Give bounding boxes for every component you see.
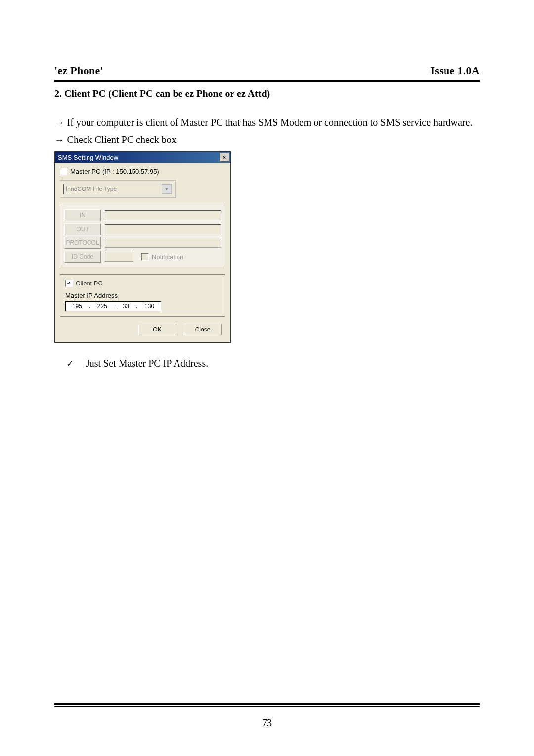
idcode-input (105, 252, 134, 262)
chevron-down-icon[interactable]: ▼ (162, 184, 172, 194)
file-type-combo[interactable]: InnoCOM File Type ▼ (63, 184, 172, 194)
client-pc-group: ✔ Client PC Master IP Address 195 . 225 … (60, 274, 225, 317)
header-left: 'ez Phone' (54, 64, 103, 77)
page-number: 73 (0, 717, 534, 729)
idcode-button: ID Code (64, 251, 101, 263)
ip-dot: . (136, 303, 137, 310)
body-paragraph-1: → If your computer is client of Master P… (54, 113, 480, 131)
page-header: 'ez Phone' Issue 1.0A (54, 64, 480, 82)
ip-octet-4: 130 (144, 303, 154, 310)
combo-wrap: InnoCOM File Type ▼ (60, 180, 176, 198)
header-right: Issue 1.0A (430, 64, 480, 77)
dialog-title: SMS Setting Window (58, 154, 118, 161)
out-button: OUT (64, 223, 101, 235)
arrow-icon: → (54, 134, 67, 145)
body-text-2: Check Client PC check box (67, 134, 177, 145)
disabled-group: IN OUT PROTOCOL ID Code Notification (60, 203, 225, 267)
close-button[interactable]: Close (184, 324, 222, 335)
sms-setting-dialog: SMS Setting Window × Master PC (IP : 150… (54, 151, 231, 343)
master-ip-label: Master IP Address (65, 292, 220, 299)
dialog-titlebar: SMS Setting Window × (55, 152, 230, 163)
notification-checkbox (141, 253, 149, 261)
protocol-button: PROTOCOL (64, 237, 101, 249)
notification-label: Notification (152, 253, 183, 261)
dialog-buttons: OK Close (60, 324, 225, 335)
ok-button[interactable]: OK (138, 324, 176, 335)
client-pc-label: Client PC (76, 280, 103, 287)
body-paragraph-2: → Check Client PC check box (54, 134, 480, 145)
master-pc-label: Master PC (IP : 150.150.57.95) (70, 168, 159, 175)
master-pc-row: Master PC (IP : 150.150.57.95) (60, 168, 225, 175)
close-icon[interactable]: × (220, 153, 229, 162)
ip-dot: . (89, 303, 90, 310)
body-text-1: If your computer is client of Master PC … (67, 117, 473, 128)
ip-octet-1: 195 (72, 303, 82, 310)
arrow-icon: → (54, 117, 67, 128)
dialog-body: Master PC (IP : 150.150.57.95) InnoCOM F… (55, 163, 230, 342)
ip-octet-3: 33 (123, 303, 129, 310)
header-rule (54, 83, 480, 83)
master-pc-checkbox[interactable] (60, 168, 67, 175)
note-text: Just Set Master PC IP Address. (86, 358, 208, 369)
footer-rule (54, 703, 480, 707)
ip-dot: . (114, 303, 116, 310)
in-button: IN (64, 209, 101, 221)
client-pc-checkbox[interactable]: ✔ (65, 280, 73, 287)
ip-octet-2: 225 (97, 303, 107, 310)
check-icon: ✓ (66, 358, 74, 369)
out-input (105, 224, 221, 234)
section-title: 2. Client PC (Client PC can be ez Phone … (54, 88, 480, 99)
note-row: ✓ Just Set Master PC IP Address. (54, 358, 480, 369)
in-input (105, 210, 221, 220)
protocol-input (105, 238, 221, 248)
master-ip-input[interactable]: 195 . 225 . 33 . 130 (65, 301, 161, 311)
combo-text: InnoCOM File Type (64, 186, 162, 192)
